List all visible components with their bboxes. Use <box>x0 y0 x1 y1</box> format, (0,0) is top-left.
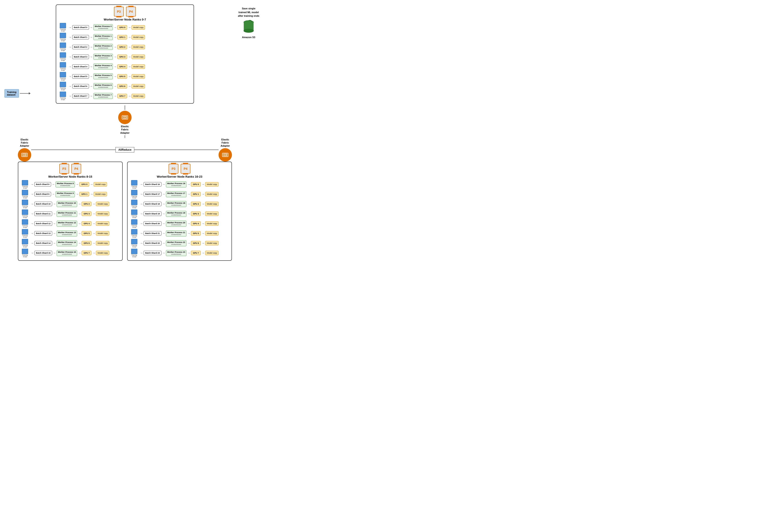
gpu-box: GPU 4 <box>117 64 127 69</box>
script-icon <box>60 62 66 68</box>
worker-box: Worker Process 6smdistributed <box>93 83 113 89</box>
arrow: → <box>201 251 204 255</box>
training-script: Training Script <box>129 249 139 257</box>
svg-rect-11 <box>24 154 25 155</box>
arrow: → <box>187 192 190 196</box>
training-script: Training Script <box>58 62 68 71</box>
efa-left-icon <box>18 148 31 162</box>
shard-row: Training Script→Batch Shard 6→Worker Pro… <box>58 82 192 90</box>
training-script: Training Script <box>20 229 30 238</box>
arrow: → <box>201 202 204 206</box>
shard-box: Batch Shard 4 <box>72 64 89 69</box>
gpu-box: GPU 6 <box>191 241 201 246</box>
training-script: Training Script <box>129 180 139 189</box>
model-copy-box: Model copy <box>132 35 145 40</box>
worker-box: Worker Process 23smdistributed <box>166 250 187 256</box>
arrow: → <box>140 183 143 186</box>
arrow: → <box>140 212 143 216</box>
arrow: → <box>162 241 165 245</box>
training-script: Training Script <box>129 229 139 238</box>
arrow: → <box>68 75 72 78</box>
efa-right-side: ElasticFabricAdapter <box>219 138 232 162</box>
model-copy-box: Model copy <box>205 241 219 246</box>
arrow: → <box>114 65 117 68</box>
p3-chip-br: P3 <box>169 164 178 174</box>
arrow: → <box>114 75 117 78</box>
model-copy-box: Model copy <box>96 231 109 236</box>
model-copy-box: Model copy <box>205 212 219 216</box>
arrow: → <box>201 212 204 216</box>
top-node-title: Worker/Server Node Ranks 0-7 <box>58 18 192 21</box>
script-icon <box>22 249 28 254</box>
shard-row: Training Script→Batch Shard 7→Worker Pro… <box>58 92 192 100</box>
training-script: Training Script <box>58 52 68 61</box>
shard-box: Batch Shard 20 <box>144 221 161 226</box>
shard-box: Batch Shard 21 <box>144 231 161 236</box>
model-copy-box: Model copy <box>132 54 145 59</box>
model-copy-box: Model copy <box>132 64 145 69</box>
arrow: → <box>78 202 81 206</box>
svg-rect-10 <box>23 154 24 155</box>
shard-box: Batch Shard 3 <box>72 54 89 59</box>
bottom-left-node-title: Worker/Server Node Ranks 8-15 <box>20 175 121 178</box>
arrow: → <box>140 232 143 235</box>
gpu-box: GPU 3 <box>82 212 91 216</box>
arrow: → <box>53 241 56 245</box>
shard-row: Training Script→Batch Shard 8→Worker Pro… <box>20 180 121 189</box>
model-copy-box: Model copy <box>132 94 145 98</box>
worker-box: Worker Process 19smdistributed <box>166 211 187 217</box>
worker-box: Worker Process 12smdistributed <box>57 221 77 227</box>
arrow: → <box>90 94 93 98</box>
arrow: → <box>187 202 190 206</box>
arrow: → <box>90 55 93 59</box>
shard-row: Training Script→Batch Shard 0→Worker Pro… <box>58 23 192 32</box>
efa-top-icon <box>118 111 132 124</box>
script-icon <box>22 239 28 244</box>
shard-row: Training Script→Batch Shard 11→Worker Pr… <box>20 210 121 218</box>
arrow: → <box>78 251 81 255</box>
shard-box: Batch Shard 0 <box>72 25 89 30</box>
worker-box: Worker Process 1smdistributed <box>93 34 113 40</box>
training-script: Training Script <box>20 249 30 257</box>
gpu-box: GPU 1 <box>79 192 89 196</box>
svg-rect-15 <box>224 154 224 155</box>
shard-row: Training Script→Batch Shard 9→Worker Pro… <box>20 190 121 199</box>
script-icon <box>60 43 66 48</box>
arrow: → <box>76 183 79 186</box>
efa-right-icon <box>219 148 232 162</box>
shard-row: Training Script→Batch Shard 12→Worker Pr… <box>20 219 121 228</box>
worker-box: Worker Process 10smdistributed <box>57 201 77 207</box>
arrow: → <box>128 65 131 68</box>
efa-top-center: ElasticFabricAdapter <box>118 105 132 138</box>
shard-box: Batch Shard 10 <box>34 202 52 206</box>
gpu-box: GPU 7 <box>117 94 127 98</box>
bottom-right-node: P3 P4 Worker/Server Node Ranks 16-23 Tra… <box>127 162 232 261</box>
arrow: → <box>140 192 143 196</box>
p3-chip-top: P3 <box>114 7 124 17</box>
shard-row: Training Script→Batch Shard 22→Worker Pr… <box>129 239 230 248</box>
p4-chip-bl: P4 <box>71 164 81 174</box>
efa-left-label: ElasticFabricAdapter <box>20 138 29 148</box>
arrow: → <box>187 232 190 235</box>
svg-rect-6 <box>125 117 125 118</box>
shard-box: Batch Shard 6 <box>72 84 89 88</box>
shard-row: Training Script→Batch Shard 14→Worker Pr… <box>20 239 121 248</box>
script-icon <box>131 229 137 234</box>
arrow: → <box>31 222 34 225</box>
arrow: → <box>187 222 190 225</box>
arrow: → <box>90 26 93 29</box>
arrow: → <box>140 222 143 225</box>
shard-row: Training Script→Batch Shard 1→Worker Pro… <box>58 33 192 42</box>
arrow: → <box>78 212 81 216</box>
arrow: → <box>68 35 72 39</box>
gpu-box: GPU 6 <box>82 241 91 246</box>
efa-right-label: ElasticFabricAdapter <box>221 138 230 148</box>
script-icon <box>22 229 28 234</box>
model-copy-box: Model copy <box>94 182 107 186</box>
arrow: → <box>162 222 165 225</box>
s3-section: Save singletrained ML modelafter trainin… <box>234 7 263 39</box>
amazon-s3-label: Amazon S3 <box>242 36 255 39</box>
shard-box: Batch Shard 8 <box>34 182 51 186</box>
gpu-box: GPU 2 <box>82 202 91 206</box>
shard-row: Training Script→Batch Shard 13→Worker Pr… <box>20 229 121 238</box>
